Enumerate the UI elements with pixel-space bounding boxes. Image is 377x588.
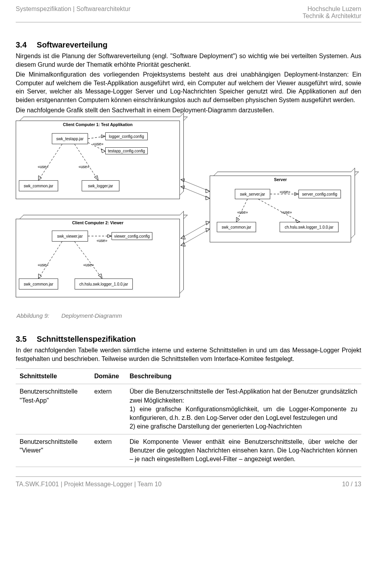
table-row: Benutzerschnittstelle "Test-App" extern …: [16, 384, 361, 434]
page-footer: TA.SWK.F1001 | Projekt Message-Logger | …: [16, 476, 361, 496]
section-35-title: Schnittstellenspezifikation: [37, 335, 136, 343]
svg-marker-31: [206, 228, 210, 232]
node-client1-title: Client Computer 1: Test Applikation: [16, 122, 180, 127]
cell-iface: Benutzerschnittstelle "Test-App": [16, 384, 90, 434]
footer-left: TA.SWK.F1001 | Projekt Message-Logger | …: [16, 481, 161, 488]
th-schnittstelle: Schnittstelle: [16, 369, 90, 384]
svg-marker-28: [206, 221, 210, 225]
artifact-swk-logger: swk_logger.jar: [82, 180, 119, 191]
section-34-heading: 3.4 Softwareverteilung: [16, 40, 361, 49]
use-label: «use»: [237, 210, 248, 214]
th-domaene: Domäne: [90, 369, 126, 384]
header-right: Hochschule Luzern Technik & Architektur: [303, 5, 361, 20]
deployment-diagram: Client Computer 1: Test Applikation swk_…: [16, 121, 361, 309]
header-right-line2: Technik & Architektur: [303, 13, 361, 20]
section-34-number: 3.4: [16, 40, 35, 49]
use-label: «use»: [38, 263, 48, 267]
section-35-number: 3.5: [16, 335, 35, 344]
table-row: Benutzerschnittstelle "Viewer" extern Di…: [16, 434, 361, 467]
node-server: Server swk_server.jar server_config.conf…: [210, 176, 351, 242]
artifact-swk-common-3: swk_common.jar: [217, 222, 256, 232]
use-label: «use»: [93, 142, 103, 146]
header-right-line1: Hochschule Luzern: [303, 5, 361, 13]
section-34-p3: Die nachfolgende Grafik stellt den Sachv…: [16, 106, 361, 115]
cell-iface: Benutzerschnittstelle "Viewer": [16, 434, 90, 467]
use-label: «use»: [83, 263, 94, 267]
footer-right: 10 / 13: [342, 481, 361, 488]
artifact-logger-config: logger_config.config: [105, 132, 148, 140]
section-35-heading: 3.5 Schnittstellenspezifikation: [16, 335, 361, 344]
svg-line-29: [181, 229, 210, 245]
node-client2-title: Client Computer 2: Viewer: [16, 220, 180, 225]
header-left: Systemspezifikation | Softwarearchitektu…: [16, 5, 130, 13]
figure-caption-lead: Abbildung 9:: [16, 312, 60, 319]
use-label: «use»: [79, 165, 89, 169]
use-label: «use»: [97, 238, 107, 243]
figure-caption: Abbildung 9: Deployment-Diagramm: [16, 312, 361, 319]
node-server-title: Server: [210, 177, 351, 182]
node-client2: Client Computer 2: Viewer swk_viewer.jar…: [16, 219, 180, 297]
svg-line-26: [181, 222, 210, 238]
node-client1: Client Computer 1: Test Applikation swk_…: [16, 121, 180, 199]
cell-domain: extern: [90, 384, 126, 434]
artifact-server-config: server_config.config: [298, 190, 341, 198]
artifact-swk-common-2: swk_common.jar: [19, 278, 58, 289]
section-34-p2: Die Minimalkonfiguration des vorliegende…: [16, 70, 361, 104]
artifact-viewer-config: viewer_config.config: [112, 232, 152, 240]
section-34-title: Softwareverteilung: [37, 40, 108, 49]
figure-caption-text: Deployment-Diagramm: [61, 312, 122, 319]
cell-desc: Die Komponente Viewer enthält eine Benut…: [126, 434, 361, 467]
use-label: «use»: [38, 165, 48, 169]
artifact-swk-testapp: swk_testapp.jar: [52, 133, 88, 144]
interfaces-table: Schnittstelle Domäne Beschreibung Benutz…: [16, 368, 361, 467]
artifact-ch-hslu-logger-1: ch.hslu.swk.logger_1.0.0.jar: [75, 278, 133, 289]
svg-line-20: [181, 180, 210, 191]
artifact-swk-viewer: swk_viewer.jar: [52, 231, 88, 242]
artifact-swk-server: swk_server.jar: [235, 189, 270, 199]
cell-domain: extern: [90, 434, 126, 467]
artifact-swk-common-1: swk_common.jar: [19, 180, 58, 191]
use-label: «use»: [280, 190, 290, 194]
svg-marker-22: [206, 189, 210, 193]
th-beschreibung: Beschreibung: [126, 369, 361, 384]
table-header-row: Schnittstelle Domäne Beschreibung: [16, 369, 361, 384]
cell-desc: Über die Benutzerschnittstelle der Test-…: [126, 384, 361, 434]
artifact-testapp-config: testapp_config.config: [105, 147, 148, 154]
page-header: Systemspezifikation | Softwarearchitektu…: [16, 0, 361, 22]
artifact-ch-hslu-logger-2: ch.hslu.swk.logger_1.0.0.jar: [280, 222, 339, 232]
section-35-p1: In der nachfolgenden Tabelle werden sämt…: [16, 346, 361, 363]
use-label: «use»: [281, 210, 292, 214]
svg-marker-25: [206, 196, 210, 200]
section-34-p1: Nirgends ist die Planung der Softwarever…: [16, 52, 361, 69]
svg-line-23: [181, 187, 210, 198]
